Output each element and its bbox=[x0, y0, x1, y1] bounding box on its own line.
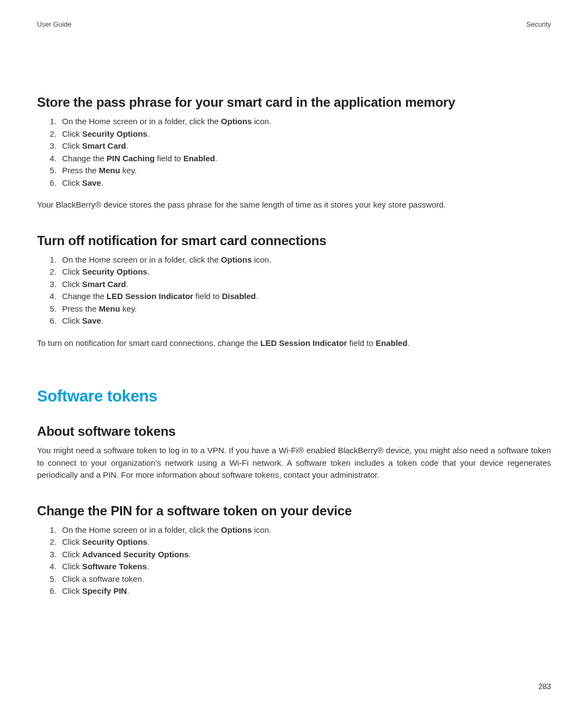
header-right: Security bbox=[526, 21, 551, 28]
step-item: Click Security Options. bbox=[59, 128, 551, 141]
chapter-title: Software tokens bbox=[37, 387, 551, 405]
page-header: User Guide Security bbox=[37, 21, 551, 28]
section-turn-off-notification: Turn off notification for smart card con… bbox=[37, 233, 551, 350]
step-item: Click Security Options. bbox=[59, 536, 551, 549]
step-item: Click Save. bbox=[59, 315, 551, 327]
step-item: Click Security Options. bbox=[59, 266, 551, 278]
step-list: On the Home screen or in a folder, click… bbox=[37, 115, 551, 189]
step-item: Click Specify PIN. bbox=[59, 585, 551, 598]
step-item: Click a software token. bbox=[59, 573, 551, 586]
section-body: You might need a software token to log i… bbox=[37, 445, 551, 482]
step-item: Click Advanced Security Options. bbox=[59, 549, 551, 561]
section-note: Your BlackBerry® device stores the pass … bbox=[37, 199, 551, 211]
step-item: Click Smart Card. bbox=[59, 140, 551, 153]
step-item: Change the PIN Caching field to Enabled. bbox=[59, 153, 551, 165]
step-item: On the Home screen or in a folder, click… bbox=[59, 115, 551, 128]
step-item: Click Software Tokens. bbox=[59, 561, 551, 573]
step-list: On the Home screen or in a folder, click… bbox=[37, 254, 551, 327]
section-about-software-tokens: About software tokens You might need a s… bbox=[37, 424, 551, 482]
header-left: User Guide bbox=[37, 21, 71, 28]
step-item: On the Home screen or in a folder, click… bbox=[59, 254, 551, 266]
step-item: Click Smart Card. bbox=[59, 278, 551, 291]
section-title: Change the PIN for a software token on y… bbox=[37, 503, 551, 519]
page-number: 283 bbox=[538, 682, 551, 691]
section-store-pass-phrase: Store the pass phrase for your smart car… bbox=[37, 95, 551, 211]
step-list: On the Home screen or in a folder, click… bbox=[37, 524, 551, 598]
step-item: Click Save. bbox=[59, 177, 551, 190]
step-item: On the Home screen or in a folder, click… bbox=[59, 524, 551, 537]
section-title: About software tokens bbox=[37, 424, 551, 439]
step-item: Change the LED Session Indicator field t… bbox=[59, 290, 551, 303]
section-title: Turn off notification for smart card con… bbox=[37, 233, 551, 248]
section-title: Store the pass phrase for your smart car… bbox=[37, 95, 551, 110]
section-change-pin: Change the PIN for a software token on y… bbox=[37, 503, 551, 598]
section-note: To turn on notification for smart card c… bbox=[37, 337, 551, 350]
step-item: Press the Menu key. bbox=[59, 303, 551, 315]
step-item: Press the Menu key. bbox=[59, 165, 551, 177]
